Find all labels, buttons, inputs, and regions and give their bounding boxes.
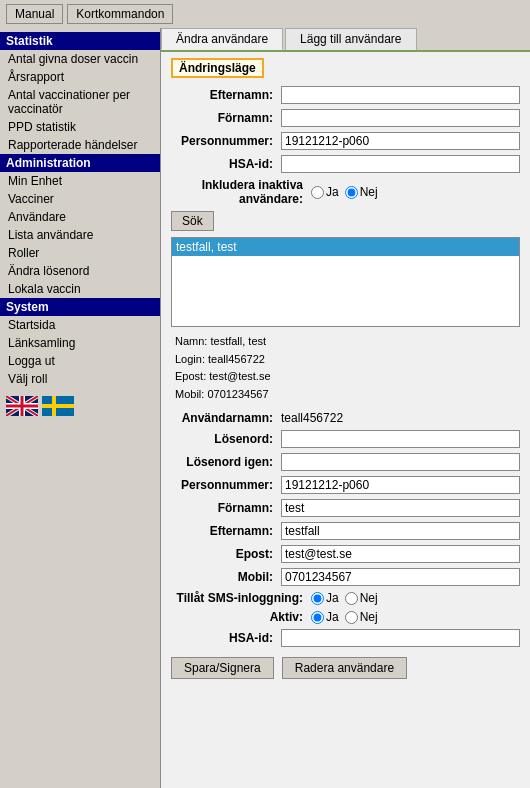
mobil-input[interactable] xyxy=(281,568,520,586)
efternamn2-row: Efternamn: xyxy=(171,522,520,540)
sidebar-item-rapporterade[interactable]: Rapporterade händelser xyxy=(0,136,160,154)
sms-ja-option[interactable]: Ja xyxy=(311,591,339,605)
efternamn-label: Efternamn: xyxy=(171,88,281,102)
include-inactive-nej-option[interactable]: Nej xyxy=(345,185,378,199)
epost-row: Epost: xyxy=(171,545,520,563)
anvandarnamn-label: Användarnamn: xyxy=(171,411,281,425)
aktiv-options: Ja Nej xyxy=(311,610,378,624)
personnummer2-label: Personnummer: xyxy=(171,478,281,492)
aktiv-nej-label: Nej xyxy=(360,610,378,624)
anvandarnamn-value: teall456722 xyxy=(281,411,343,425)
sidebar-header-statistik[interactable]: Statistik xyxy=(0,32,160,50)
aktiv-ja-option[interactable]: Ja xyxy=(311,610,339,624)
anvandarnamn-row: Användarnamn: teall456722 xyxy=(171,411,520,425)
manual-button[interactable]: Manual xyxy=(6,4,63,24)
sidebar-item-startsida[interactable]: Startsida xyxy=(0,316,160,334)
mobil-row: Mobil: xyxy=(171,568,520,586)
search-button[interactable]: Sök xyxy=(171,211,214,231)
include-inactive-ja-radio[interactable] xyxy=(311,186,324,199)
sms-nej-label: Nej xyxy=(360,591,378,605)
sidebar-item-lanksamling[interactable]: Länksamling xyxy=(0,334,160,352)
epost-label: Epost: xyxy=(171,547,281,561)
aktiv-nej-option[interactable]: Nej xyxy=(345,610,378,624)
sms-nej-option[interactable]: Nej xyxy=(345,591,378,605)
sidebar-item-valj-roll[interactable]: Välj roll xyxy=(0,370,160,388)
tab-andra-anvandare[interactable]: Ändra användare xyxy=(161,28,283,50)
losenord-igen-row: Lösenord igen: xyxy=(171,453,520,471)
sidebar-item-andra-losenord[interactable]: Ändra lösenord xyxy=(0,262,160,280)
aktiv-ja-radio[interactable] xyxy=(311,611,324,624)
fornamn2-row: Förnamn: xyxy=(171,499,520,517)
tab-lagg-till[interactable]: Lägg till användare xyxy=(285,28,416,50)
efternamn-input[interactable] xyxy=(281,86,520,104)
hsa-id2-row: HSA-id: xyxy=(171,629,520,647)
losenord-row: Lösenord: xyxy=(171,430,520,448)
losenord-input[interactable] xyxy=(281,430,520,448)
personnummer-row: Personnummer: xyxy=(171,132,520,150)
sidebar-item-antal-vacc-per[interactable]: Antal vaccinationer per vaccinatör xyxy=(0,86,160,118)
tab-content: Ändringsläge Efternamn: Förnamn: Personn… xyxy=(161,52,530,788)
shortcuts-button[interactable]: Kortkommandon xyxy=(67,4,173,24)
losenord-igen-input[interactable] xyxy=(281,453,520,471)
hsa-id-input[interactable] xyxy=(281,155,520,173)
fornamn2-input[interactable] xyxy=(281,499,520,517)
results-list[interactable]: testfall, test xyxy=(171,237,520,327)
search-button-row: Sök xyxy=(171,211,520,231)
sidebar-item-antal-givna[interactable]: Antal givna doser vaccin xyxy=(0,50,160,68)
epost-input[interactable] xyxy=(281,545,520,563)
ja-label: Ja xyxy=(326,185,339,199)
sidebar-item-lista-anvandare[interactable]: Lista användare xyxy=(0,226,160,244)
fornamn-label: Förnamn: xyxy=(171,111,281,125)
sidebar-item-vacciner[interactable]: Vacciner xyxy=(0,190,160,208)
sms-ja-label: Ja xyxy=(326,591,339,605)
hsa-id-row: HSA-id: xyxy=(171,155,520,173)
fornamn-input[interactable] xyxy=(281,109,520,127)
sidebar-item-roller[interactable]: Roller xyxy=(0,244,160,262)
sidebar: Statistik Antal givna doser vaccin Årsra… xyxy=(0,28,160,788)
info-epost: Epost: test@test.se xyxy=(175,368,520,386)
personnummer2-row: Personnummer: xyxy=(171,476,520,494)
info-login: Login: teall456722 xyxy=(175,351,520,369)
personnummer-input[interactable] xyxy=(281,132,520,150)
fornamn-row: Förnamn: xyxy=(171,109,520,127)
bottom-buttons: Spara/Signera Radera användare xyxy=(171,657,520,687)
fornamn2-label: Förnamn: xyxy=(171,501,281,515)
efternamn2-input[interactable] xyxy=(281,522,520,540)
include-inactive-ja-option[interactable]: Ja xyxy=(311,185,339,199)
sidebar-item-ppd[interactable]: PPD statistik xyxy=(0,118,160,136)
svg-rect-11 xyxy=(42,404,74,408)
flag-uk-icon[interactable] xyxy=(6,396,38,416)
result-item-testfall[interactable]: testfall, test xyxy=(172,238,519,256)
sidebar-item-lokala-vaccin[interactable]: Lokala vaccin xyxy=(0,280,160,298)
sms-options: Ja Nej xyxy=(311,591,378,605)
sidebar-header-administration[interactable]: Administration xyxy=(0,154,160,172)
sms-nej-radio[interactable] xyxy=(345,592,358,605)
hsa-id-label: HSA-id: xyxy=(171,157,281,171)
sidebar-item-logga-ut[interactable]: Logga ut xyxy=(0,352,160,370)
info-namn: Namn: testfall, test xyxy=(175,333,520,351)
personnummer2-input[interactable] xyxy=(281,476,520,494)
spara-button[interactable]: Spara/Signera xyxy=(171,657,274,679)
flag-se-icon[interactable] xyxy=(42,396,74,416)
include-inactive-nej-radio[interactable] xyxy=(345,186,358,199)
sidebar-item-anvandare[interactable]: Användare xyxy=(0,208,160,226)
aktiv-ja-label: Ja xyxy=(326,610,339,624)
flags-container xyxy=(0,388,160,424)
user-info-block: Namn: testfall, test Login: teall456722 … xyxy=(171,333,520,403)
sidebar-header-system[interactable]: System xyxy=(0,298,160,316)
mobil-label: Mobil: xyxy=(171,570,281,584)
include-inactive-row: Inkludera inaktiva användare: Ja Nej xyxy=(171,178,520,206)
hsa-id2-input[interactable] xyxy=(281,629,520,647)
aktiv-nej-radio[interactable] xyxy=(345,611,358,624)
radera-button[interactable]: Radera användare xyxy=(282,657,407,679)
change-mode-badge: Ändringsläge xyxy=(171,58,264,78)
include-inactive-options: Ja Nej xyxy=(311,185,378,199)
content-area: Ändra användare Lägg till användare Ändr… xyxy=(160,28,530,788)
losenord-label: Lösenord: xyxy=(171,432,281,446)
hsa-id2-label: HSA-id: xyxy=(171,631,281,645)
aktiv-row: Aktiv: Ja Nej xyxy=(171,610,520,624)
sidebar-item-min-enhet[interactable]: Min Enhet xyxy=(0,172,160,190)
sidebar-item-arsrapport[interactable]: Årsrapport xyxy=(0,68,160,86)
sms-ja-radio[interactable] xyxy=(311,592,324,605)
nej-label: Nej xyxy=(360,185,378,199)
